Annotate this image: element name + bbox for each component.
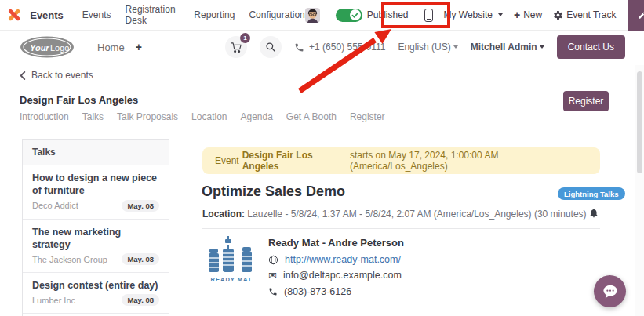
chat-bubble-icon — [602, 284, 619, 300]
language-dropdown[interactable]: English (US) — [398, 42, 457, 53]
menu-reporting[interactable]: Reporting — [194, 9, 235, 20]
svg-text:Logo: Logo — [50, 43, 69, 53]
publish-label: Published — [367, 9, 409, 20]
speaker-company-logo: READY MAT — [202, 234, 260, 286]
scrollbar-thumb[interactable] — [637, 71, 642, 173]
gear-icon — [553, 10, 563, 20]
talk-list-item[interactable]: How to design a new piece of furniture D… — [23, 165, 169, 220]
app-name[interactable]: Events — [30, 9, 64, 21]
tab-location[interactable]: Location — [191, 111, 227, 122]
website-nav-bar: Your Logo Home + 1 — [0, 31, 644, 64]
back-to-events-link[interactable]: Back to events — [20, 70, 93, 81]
tab-register[interactable]: Register — [350, 111, 385, 122]
user-avatar[interactable] — [305, 8, 320, 23]
contact-us-button[interactable]: Contact Us — [557, 35, 625, 59]
speaker-email[interactable]: info@deltapc.example.com — [283, 270, 402, 281]
chevron-left-icon — [20, 71, 26, 80]
speaker-website-link[interactable]: http://www.ready-mat.com/ — [285, 254, 401, 265]
menu-registration-desk[interactable]: Registration Desk — [126, 4, 180, 26]
menu-configuration[interactable]: Configuration — [249, 9, 304, 20]
talk-company: The Jackson Group — [32, 255, 107, 264]
globe-icon — [268, 255, 278, 265]
header-phone[interactable]: +1 (650) 555-0111 — [294, 42, 385, 53]
cart-count-badge: 1 — [240, 33, 250, 43]
tab-talks[interactable]: Talks — [82, 111, 104, 122]
talk-track-badge: Lightning Talks — [558, 187, 625, 200]
user-dropdown[interactable]: Mitchell Admin — [471, 42, 544, 53]
alert-prefix: Event — [215, 155, 239, 166]
new-label: New — [523, 9, 542, 20]
talk-date-badge: May. 08 — [122, 253, 159, 265]
alert-event-name: Design Fair Los Angeles — [242, 150, 347, 172]
location-label: Location: — [202, 209, 245, 220]
talk-page-title: Optimize Sales Demo — [202, 183, 345, 200]
tab-agenda[interactable]: Agenda — [240, 111, 272, 122]
tab-talk-proposals[interactable]: Talk Proposals — [117, 111, 178, 122]
talks-sidebar-title: Talks — [23, 140, 169, 165]
event-start-alert: Event Design Fair Los Angeles starts on … — [202, 147, 600, 174]
my-website-label: My Website — [444, 9, 493, 20]
talk-title: Design contest (entire day) — [32, 279, 159, 292]
talk-location-line: Location: Lauzelle - 5/8/24, 1:37 AM - 5… — [202, 209, 587, 220]
chevron-down-icon — [540, 45, 544, 49]
menu-events[interactable]: Events — [82, 9, 111, 20]
phone-icon — [294, 42, 304, 53]
livechat-button[interactable] — [594, 275, 626, 307]
talk-date-badge: May. 08 — [122, 200, 159, 212]
tab-get-a-booth[interactable]: Get A Booth — [286, 111, 337, 122]
edit-button[interactable]: Edit — [628, 0, 644, 31]
tab-introduction[interactable]: Introduction — [20, 111, 69, 122]
cart-icon — [231, 42, 242, 53]
cart-button[interactable]: 1 — [225, 36, 247, 58]
search-icon — [265, 42, 276, 53]
speaker-logo-caption: READY MAT — [211, 276, 253, 283]
bell-icon — [588, 207, 599, 219]
plus-icon: + — [514, 9, 520, 21]
chevron-down-icon — [498, 13, 503, 16]
speaker-website-line: http://www.ready-mat.com/ — [268, 254, 401, 265]
pencil-icon — [638, 11, 644, 20]
talk-list-item[interactable]: Design contest (entire day) Lumber Inc M… — [23, 273, 169, 314]
talk-title: The new marketing strategy — [32, 226, 159, 252]
phone-icon — [268, 287, 278, 296]
event-track-label: Event Track — [566, 9, 616, 20]
location-value: Lauzelle - 5/8/24, 1:37 AM - 5/8/24, 2:0… — [247, 209, 586, 220]
odoo-logo-icon[interactable] — [8, 6, 20, 24]
reminder-bell-button[interactable] — [588, 207, 599, 222]
language-label: English (US) — [398, 42, 450, 53]
svg-text:Your: Your — [30, 43, 49, 53]
check-icon — [351, 12, 358, 19]
page-scrollbar[interactable] — [635, 65, 644, 316]
event-tabs: Introduction Talks Talk Proposals Locati… — [20, 111, 385, 122]
section-divider — [202, 228, 600, 229]
backend-top-bar: Events Events Registration Desk Reportin… — [0, 0, 644, 31]
event-track-button[interactable]: Event Track — [553, 9, 616, 20]
publish-switch[interactable] — [336, 9, 362, 22]
talk-company: Lumber Inc — [32, 296, 75, 305]
talks-sidebar: Talks How to design a new piece of furni… — [22, 139, 169, 316]
speaker-name: Ready Mat - Andre Peterson — [268, 237, 404, 249]
event-title: Design Fair Los Angeles — [20, 94, 138, 106]
speaker-email-line: ✉ info@deltapc.example.com — [268, 270, 402, 281]
talk-date-badge: May. 08 — [122, 294, 159, 306]
publish-toggle[interactable]: Published — [331, 5, 413, 25]
new-button[interactable]: + New — [514, 9, 542, 21]
search-button[interactable] — [260, 36, 282, 58]
chevron-down-icon — [453, 45, 458, 49]
envelope-icon: ✉ — [268, 271, 277, 281]
talk-title: How to design a new piece of furniture — [32, 172, 159, 198]
odoo-event-page: Events Events Registration Desk Reportin… — [0, 0, 644, 316]
mobile-preview-icon[interactable] — [424, 9, 433, 22]
register-button[interactable]: Register — [563, 91, 609, 111]
talk-list-item[interactable]: The new marketing strategy The Jackson G… — [23, 220, 169, 274]
talk-company: Deco Addict — [32, 201, 78, 210]
phone-number: +1 (650) 555-0111 — [309, 42, 385, 53]
user-name: Mitchell Admin — [471, 42, 537, 53]
nav-add-page[interactable]: + — [136, 41, 142, 53]
my-website-dropdown[interactable]: My Website — [444, 9, 503, 20]
nav-home[interactable]: Home — [97, 42, 125, 53]
speaker-phone[interactable]: (803)-873-6126 — [284, 286, 351, 297]
alert-suffix: starts on May 17, 2024, 1:00:00 AM (Amer… — [350, 150, 588, 172]
back-label: Back to events — [31, 70, 93, 81]
site-logo[interactable]: Your Logo — [19, 35, 75, 59]
